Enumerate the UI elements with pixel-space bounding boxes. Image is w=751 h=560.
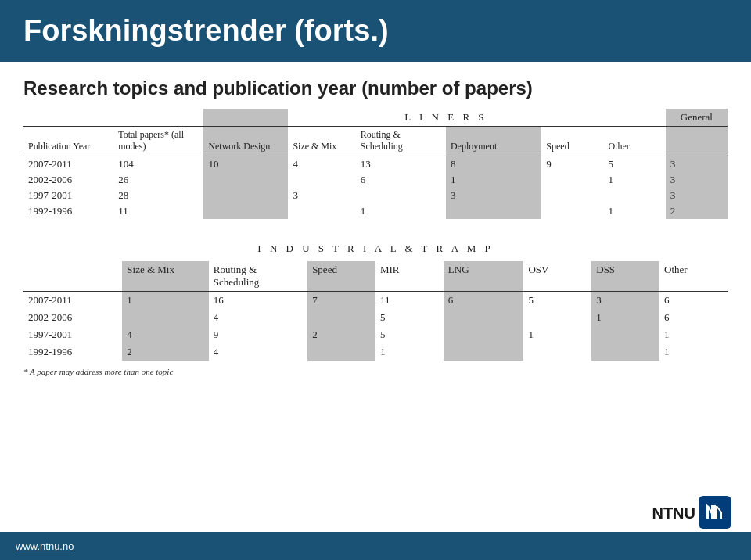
cell-i-other-1: 6	[659, 292, 728, 310]
col-i-speed: Speed	[307, 261, 376, 292]
cell-general-3: 3	[666, 188, 728, 203]
cell-speed-2	[541, 172, 603, 188]
header-bar: Forskningstrender (forts.)	[0, 0, 751, 62]
col-header-total	[113, 109, 203, 127]
cell-i-osv-1: 5	[523, 292, 591, 310]
cell-total-2: 26	[113, 172, 203, 188]
table-row: 2002-2006 4 5 1 6	[23, 309, 728, 326]
cell-i-mir-4: 1	[376, 343, 444, 361]
cell-i-year-4: 1992-1996	[23, 343, 122, 361]
cell-speed-3	[541, 188, 603, 203]
cell-speed-1: 9	[541, 156, 603, 173]
table-row: 1992-1996 11 1 1 2	[23, 203, 728, 219]
cell-i-speed-2	[307, 309, 376, 326]
cell-i-mir-1: 11	[376, 292, 444, 310]
cell-year-3: 1997-2001	[23, 188, 113, 203]
col-header-network	[203, 109, 288, 127]
table-row: 2007-2011 1 16 7 11 6 5 3 6	[23, 292, 728, 310]
cell-i-lng-3	[444, 326, 524, 343]
cell-year-2: 2002-2006	[23, 172, 113, 188]
cell-i-lng-1: 6	[444, 292, 524, 310]
cell-i-speed-1: 7	[307, 292, 376, 310]
cell-year-4: 1992-1996	[23, 203, 113, 219]
col-i-routing: Routing & Scheduling	[209, 261, 307, 292]
table-row: 1992-1996 2 4 1 1	[23, 343, 728, 361]
col-label-network: Network Design	[203, 127, 288, 156]
col-label-size: Size & Mix	[288, 127, 355, 156]
footer-url: www.ntnu.no	[16, 540, 74, 552]
ntnu-logo-area: NTNU	[669, 497, 731, 529]
cell-i-mir-2: 5	[376, 309, 444, 326]
cell-i-size-3: 4	[122, 326, 209, 343]
cell-deployment-1: 8	[446, 156, 541, 173]
cell-network-4	[203, 203, 288, 219]
col-label-other-l: Other	[604, 127, 666, 156]
col-i-other: Other	[659, 261, 728, 292]
cell-i-lng-4	[444, 343, 524, 361]
main-content: Research topics and publication year (nu…	[0, 62, 751, 384]
cell-i-dss-1: 3	[591, 292, 659, 310]
cell-i-routing-1: 16	[209, 292, 307, 310]
ntnu-box	[699, 496, 731, 529]
col-i-osv: OSV	[523, 261, 591, 292]
cell-deployment-2: 1	[446, 172, 541, 188]
col-i-mir: MIR	[376, 261, 444, 292]
cell-i-size-2	[122, 309, 209, 326]
col-label-total: Total papers* (all modes)	[113, 127, 203, 156]
cell-total-4: 11	[113, 203, 203, 219]
table-row: 1997-2001 4 9 2 5 1 1	[23, 326, 728, 343]
col-i-lng: LNG	[444, 261, 524, 292]
cell-i-osv-4	[523, 343, 591, 361]
cell-total-3: 28	[113, 188, 203, 203]
cell-i-routing-4: 4	[209, 343, 307, 361]
col-i-pub-year	[23, 261, 122, 292]
cell-general-4: 2	[666, 203, 728, 219]
ntnu-icon	[704, 501, 726, 523]
col-label-general	[666, 127, 728, 156]
cell-i-osv-2	[523, 309, 591, 326]
footer-bar: www.ntnu.no	[0, 532, 751, 560]
footnote: * A paper may address more than one topi…	[23, 367, 728, 376]
section-title: Research topics and publication year (nu…	[23, 77, 728, 99]
cell-other-3	[604, 188, 666, 203]
col-i-dss: DSS	[591, 261, 659, 292]
general-label: General	[666, 109, 728, 127]
col-header-other-blank	[604, 109, 666, 127]
col-header-pub-year	[23, 109, 113, 127]
table-row: 1997-2001 28 3 3 3	[23, 188, 728, 203]
cell-i-other-3: 1	[659, 326, 728, 343]
cell-deployment-3: 3	[446, 188, 541, 203]
cell-network-1: 10	[203, 156, 288, 173]
ntnu-text: NTNU	[652, 504, 695, 522]
cell-i-speed-4	[307, 343, 376, 361]
cell-i-lng-2	[444, 309, 524, 326]
table-row: 2002-2006 26 6 1 1 3	[23, 172, 728, 188]
cell-i-osv-3: 1	[523, 326, 591, 343]
cell-i-other-4: 1	[659, 343, 728, 361]
cell-i-routing-3: 9	[209, 326, 307, 343]
cell-size-3: 3	[288, 188, 355, 203]
cell-size-4	[288, 203, 355, 219]
page-title: Forskningstrender (forts.)	[23, 14, 728, 48]
cell-size-2	[288, 172, 355, 188]
col-label-routing: Routing & Scheduling	[356, 127, 446, 156]
cell-i-year-1: 2007-2011	[23, 292, 122, 310]
cell-i-size-1: 1	[122, 292, 209, 310]
industrial-header-row: Size & Mix Routing & Scheduling Speed MI…	[23, 261, 728, 292]
col-label-pub-year: Publication Year	[23, 127, 113, 156]
cell-size-1: 4	[288, 156, 355, 173]
cell-routing-1: 13	[356, 156, 446, 173]
cell-network-2	[203, 172, 288, 188]
cell-year-1: 2007-2011	[23, 156, 113, 173]
cell-i-year-2: 2002-2006	[23, 309, 122, 326]
col-i-size: Size & Mix	[122, 261, 209, 292]
cell-general-1: 3	[666, 156, 728, 173]
cell-speed-4	[541, 203, 603, 219]
table-row: 2007-2011 104 10 4 13 8 9 5 3	[23, 156, 728, 173]
cell-i-dss-3	[591, 326, 659, 343]
cell-i-dss-4	[591, 343, 659, 361]
cell-i-speed-3: 2	[307, 326, 376, 343]
cell-routing-2: 6	[356, 172, 446, 188]
cell-network-3	[203, 188, 288, 203]
cell-routing-4: 1	[356, 203, 446, 219]
